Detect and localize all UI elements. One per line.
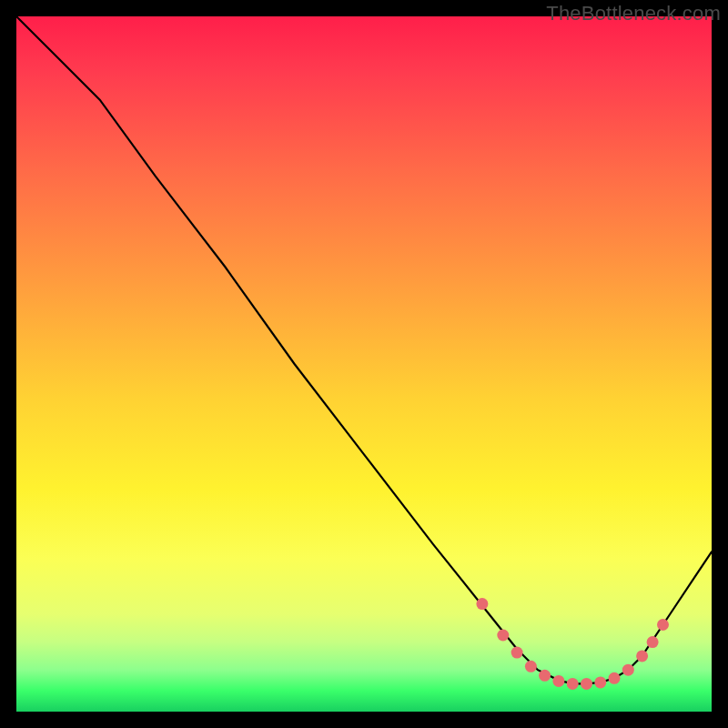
chart-stage: TheBottleneck.com	[0, 0, 728, 728]
marker-dot	[581, 678, 592, 690]
bottleneck-curve	[16, 16, 712, 683]
annotated-dots	[476, 598, 669, 690]
marker-dot	[622, 664, 634, 676]
marker-dot	[525, 661, 537, 672]
plot-area	[16, 16, 712, 712]
marker-dot	[511, 647, 523, 659]
marker-dot	[636, 650, 648, 662]
marker-dot	[647, 636, 659, 648]
marker-dot	[497, 630, 509, 642]
marker-dot	[567, 678, 579, 690]
marker-dot	[539, 670, 551, 682]
marker-dot	[476, 598, 488, 610]
marker-dot	[657, 619, 669, 631]
marker-dot	[609, 672, 621, 684]
curve-layer	[16, 16, 712, 712]
watermark-text: TheBottleneck.com	[546, 2, 721, 25]
marker-dot	[552, 675, 564, 687]
marker-dot	[594, 676, 606, 688]
